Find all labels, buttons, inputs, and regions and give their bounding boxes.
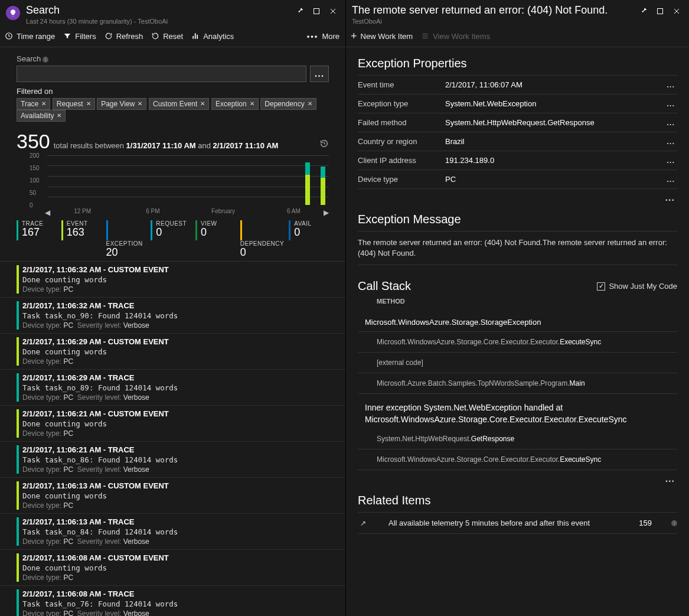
filters-button[interactable]: Filters: [63, 32, 96, 41]
chip-remove-icon[interactable]: ✕: [138, 100, 142, 107]
stat-view[interactable]: VIEW0: [195, 220, 236, 258]
stat-request[interactable]: REQUEST0: [151, 220, 191, 258]
show-just-my-code-toggle[interactable]: ✓ Show Just My Code: [597, 282, 677, 291]
event-row[interactable]: 2/1/2017, 11:06:32 AM - CUSTOM EVENTDone…: [0, 262, 345, 298]
chip-remove-icon[interactable]: ✕: [86, 100, 91, 107]
filter-chip[interactable]: Trace✕: [17, 98, 50, 110]
svg-rect-0: [314, 9, 319, 14]
prop-more-button[interactable]: ...: [664, 99, 677, 108]
chip-remove-icon[interactable]: ✕: [308, 100, 312, 107]
section-related-title: Related Items: [358, 494, 677, 507]
pin-icon[interactable]: [293, 5, 306, 18]
related-item-row[interactable]: ↗ All available telemetry 5 minutes befo…: [358, 512, 677, 534]
stack-frame[interactable]: Microsoft.WindowsAzure.Storage.Core.Exec…: [358, 332, 677, 353]
right-blade-header: The remote server returned an error: (40…: [346, 0, 689, 28]
stack-frame[interactable]: [external code]: [358, 353, 677, 373]
result-count: 350: [17, 130, 50, 153]
open-icon: ↗: [360, 519, 366, 527]
analytics-button[interactable]: Analytics: [191, 32, 234, 41]
prop-more-button[interactable]: ...: [664, 156, 677, 165]
prop-more-button[interactable]: ...: [664, 137, 677, 146]
stat-dependency[interactable]: DEPENDENCY0: [240, 220, 284, 258]
reset-button[interactable]: Reset: [151, 32, 183, 41]
stack-primary[interactable]: Microsoft.WindowsAzure.Storage.StorageEx…: [358, 313, 677, 332]
chart-bar[interactable]: [321, 167, 325, 205]
filter-chip[interactable]: Dependency✕: [260, 98, 316, 110]
props-more-button[interactable]: ...: [358, 189, 677, 203]
event-list: 2/1/2017, 11:06:32 AM - CUSTOM EVENTDone…: [0, 262, 345, 616]
close-icon[interactable]: [670, 5, 683, 18]
results-chart: 12 PM6 PMFebruary6 AM ◀ ▶ 050100150200: [30, 155, 329, 214]
left-toolbar: Time range Filters Refresh Reset Analyti…: [0, 28, 345, 47]
section-msg-title: Exception Message: [358, 213, 677, 226]
left-title: Search: [26, 5, 288, 17]
event-row[interactable]: 2/1/2017, 11:06:08 AM - TRACETask task_n…: [0, 586, 345, 616]
filtered-on-label: Filtered on: [17, 87, 53, 96]
history-icon[interactable]: [319, 139, 329, 148]
prop-row: Event time2/1/2017, 11:06:07 AM...: [358, 76, 677, 94]
right-subtitle: TestOboAi: [352, 18, 631, 25]
section-props-title: Exception Properties: [358, 57, 677, 70]
stack-frame[interactable]: Microsoft.Azure.Batch.Samples.TopNWordsS…: [358, 373, 677, 394]
search-label: Searchi: [0, 47, 345, 66]
event-row[interactable]: 2/1/2017, 11:06:21 AM - TRACETask task_n…: [0, 442, 345, 478]
info-icon[interactable]: i: [43, 57, 48, 63]
stat-avail[interactable]: AVAIL0: [289, 220, 329, 258]
inner-exception-label: Inner exception System.Net.WebException …: [358, 394, 677, 429]
stat-trace[interactable]: TRACE167: [17, 220, 57, 258]
stack-frame[interactable]: Microsoft.WindowsAzure.Storage.Core.Exec…: [358, 449, 677, 470]
event-row[interactable]: 2/1/2017, 11:06:29 AM - TRACETask task_n…: [0, 370, 345, 406]
checkbox-icon: ✓: [597, 282, 605, 291]
filter-chip[interactable]: Request✕: [53, 98, 95, 110]
info-icon[interactable]: i: [671, 520, 677, 526]
right-toolbar: +New Work Item View Work Items: [346, 28, 689, 47]
search-more-button[interactable]: ...: [310, 66, 329, 82]
prop-more-button[interactable]: ...: [664, 175, 677, 184]
stat-event[interactable]: EVENT163: [61, 220, 102, 258]
filter-chip[interactable]: Custom Event✕: [149, 98, 209, 110]
chart-left-arrow[interactable]: ◀: [45, 208, 50, 217]
filter-chip[interactable]: Page View✕: [97, 98, 146, 110]
stats-row: TRACE167EVENT163EXCEPTION20REQUEST0VIEW0…: [0, 217, 345, 262]
stack-frame[interactable]: System.Net.HttpWebRequest.GetResponse: [358, 429, 677, 449]
close-icon[interactable]: [326, 5, 339, 18]
view-work-items-button: View Work Items: [421, 32, 490, 41]
insights-icon: [6, 6, 20, 20]
maximize-icon[interactable]: [310, 5, 323, 18]
event-row[interactable]: 2/1/2017, 11:06:13 AM - TRACETask task_n…: [0, 514, 345, 550]
prop-row: Device typePC...: [358, 170, 677, 189]
svg-rect-2: [658, 9, 663, 14]
prop-row: Failed methodSystem.Net.HttpWebRequest.G…: [358, 113, 677, 132]
time-range-button[interactable]: Time range: [5, 32, 55, 41]
event-row[interactable]: 2/1/2017, 11:06:13 AM - CUSTOM EVENTDone…: [0, 478, 345, 514]
chip-remove-icon[interactable]: ✕: [200, 100, 205, 107]
chart-bar[interactable]: [305, 162, 310, 204]
chip-remove-icon[interactable]: ✕: [57, 112, 61, 119]
event-row[interactable]: 2/1/2017, 11:06:21 AM - CUSTOM EVENTDone…: [0, 406, 345, 442]
prop-row: Client IP address191.234.189.0...: [358, 151, 677, 170]
search-input[interactable]: [17, 66, 306, 82]
refresh-button[interactable]: Refresh: [105, 32, 143, 41]
stack-more-button[interactable]: ...: [358, 470, 677, 484]
chip-remove-icon[interactable]: ✕: [250, 100, 254, 107]
more-button[interactable]: •••More: [307, 32, 339, 41]
prop-more-button[interactable]: ...: [664, 80, 677, 89]
method-header: METHOD: [377, 298, 677, 305]
filter-chip[interactable]: Exception✕: [211, 98, 259, 110]
section-stack-title: Call Stack: [358, 279, 411, 293]
exception-message: The remote server returned an error: (40…: [358, 231, 677, 265]
event-row[interactable]: 2/1/2017, 11:06:32 AM - TRACETask task_n…: [0, 298, 345, 334]
event-row[interactable]: 2/1/2017, 11:06:29 AM - CUSTOM EVENTDone…: [0, 334, 345, 370]
filter-chip-row: Filtered on Trace✕ Request✕ Page View✕ C…: [0, 87, 345, 124]
new-work-item-button[interactable]: +New Work Item: [351, 32, 413, 41]
chart-right-arrow[interactable]: ▶: [324, 208, 329, 217]
chip-remove-icon[interactable]: ✕: [41, 100, 46, 107]
pin-icon[interactable]: [637, 5, 650, 18]
stat-exception[interactable]: EXCEPTION20: [106, 220, 146, 258]
event-row[interactable]: 2/1/2017, 11:06:08 AM - CUSTOM EVENTDone…: [0, 550, 345, 586]
maximize-icon[interactable]: [654, 5, 667, 18]
left-subtitle: Last 24 hours (30 minute granularity) - …: [26, 18, 288, 25]
prop-more-button[interactable]: ...: [664, 118, 677, 127]
filter-chip[interactable]: Availability✕: [17, 110, 66, 122]
result-text: total results between 1/31/2017 11:10 AM…: [54, 141, 279, 150]
